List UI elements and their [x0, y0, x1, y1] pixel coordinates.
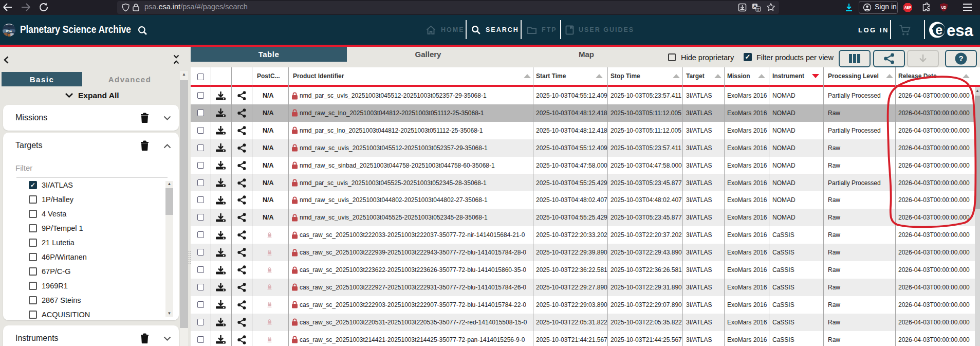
svg-text:文: 文 [756, 7, 760, 11]
svg-text:esa: esa [8, 25, 12, 28]
svg-text:PSA: PSA [6, 30, 12, 33]
svg-text:?: ? [958, 54, 963, 63]
svg-text:e: e [935, 23, 942, 37]
svg-text:esa: esa [947, 22, 973, 39]
svg-text:ABP: ABP [904, 6, 912, 9]
svg-text:UD: UD [941, 6, 947, 9]
